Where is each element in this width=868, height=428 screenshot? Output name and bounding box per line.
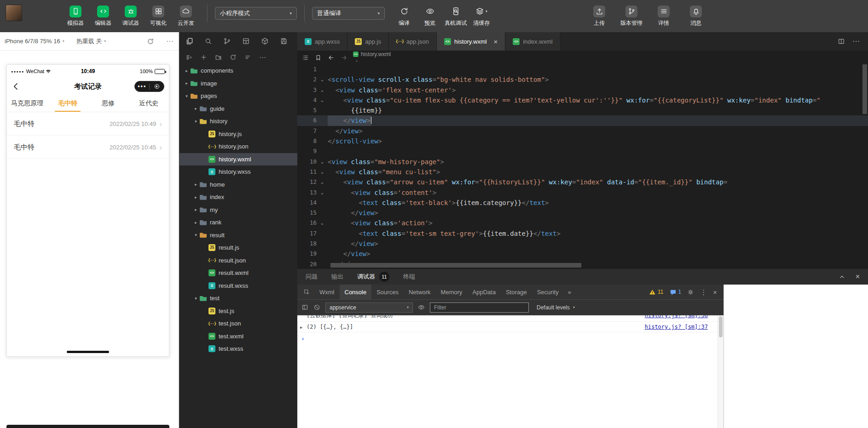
action-clear-cache[interactable]: ▾清缓存 xyxy=(469,6,494,27)
tree-item-history.json[interactable]: {··}history.json xyxy=(179,140,297,153)
more-icon[interactable]: ⋯ xyxy=(259,54,266,61)
code-line-16[interactable]: 16⌄ <view class='action'> xyxy=(297,218,868,228)
action-preview[interactable]: 预览 xyxy=(417,6,443,27)
more-tabs-button[interactable]: » xyxy=(564,289,575,296)
collapse-panel-icon[interactable] xyxy=(839,274,845,280)
tree-item-result.wxss[interactable]: ≡result.wxss xyxy=(179,280,297,292)
debug-tab-问题[interactable]: 问题 xyxy=(306,273,318,281)
code-line-14[interactable]: 14 <text class='text-black'>{{item.categ… xyxy=(297,198,868,208)
tool-visualization[interactable]: 可视化 xyxy=(145,6,172,27)
save-icon[interactable] xyxy=(280,37,288,45)
code-line-15[interactable]: 15 </view> xyxy=(297,208,868,218)
action-upload[interactable]: 上传 xyxy=(585,6,613,27)
tree-item-result.wxml[interactable]: <>result.wxml xyxy=(179,267,297,280)
hot-reload-toggle[interactable]: 热重载 关 ▾ xyxy=(76,37,106,46)
history-list-item[interactable]: 毛中特2022/02/25 10:49› xyxy=(7,112,169,136)
debug-tab-输出[interactable]: 输出 xyxy=(331,273,343,281)
code-line-2[interactable]: 2⌄<scroll-view scroll-x class="bg-white … xyxy=(297,74,868,85)
console-source-link[interactable]: history.js? [sm]:37 xyxy=(645,324,720,330)
devtools-menu-icon[interactable]: ⋮ xyxy=(700,289,707,296)
code-line-3[interactable]: 3⌄ <view class='flex text-center'> xyxy=(297,85,868,95)
warning-count[interactable]: 11 xyxy=(649,289,663,296)
simulator-more-icon[interactable]: ⋯ xyxy=(166,37,174,46)
fold-icon[interactable]: ⌄ xyxy=(317,218,328,228)
editor-tab-history.wxml[interactable]: <>history.wxml× xyxy=(437,32,505,51)
action-compile[interactable]: 编译 xyxy=(391,6,417,27)
split-editor-icon[interactable] xyxy=(838,38,845,45)
tree-item-components[interactable]: ▸components xyxy=(179,64,297,77)
fold-icon[interactable]: ⌄ xyxy=(317,157,328,167)
new-folder-icon[interactable] xyxy=(215,54,222,61)
code-line-13[interactable]: 13⌄ <view class='content'> xyxy=(297,188,868,198)
devtools-settings-icon[interactable] xyxy=(687,289,694,296)
fold-icon[interactable]: ⌄ xyxy=(317,95,328,105)
message-count[interactable]: 1 xyxy=(670,289,682,296)
editor-tab-app.json[interactable]: {··}app.json xyxy=(389,32,437,51)
close-panel-icon[interactable]: × xyxy=(856,273,860,280)
tool-editor[interactable]: 编辑器 xyxy=(89,6,117,27)
nav-forward-icon[interactable] xyxy=(341,54,347,61)
console-scrollbar[interactable] xyxy=(718,315,723,428)
category-tab-2[interactable]: 思修 xyxy=(88,95,128,112)
fold-icon[interactable]: ⌄ xyxy=(317,74,328,85)
horizontal-scrollbar[interactable] xyxy=(330,263,581,268)
history-list-item[interactable]: 毛中特2022/02/25 10:45› xyxy=(7,136,169,159)
devtools-close-icon[interactable]: × xyxy=(713,289,717,296)
tree-item-rank[interactable]: ▸rank xyxy=(179,216,297,229)
tree-item-guide[interactable]: ▸guide xyxy=(179,103,297,115)
action-details[interactable]: 详情 xyxy=(650,6,677,27)
category-tab-1[interactable]: 毛中特 xyxy=(47,95,88,112)
fold-icon[interactable]: ⌄ xyxy=(317,167,328,177)
code-line-12[interactable]: 12⌄ <view class="arrow cu-item" wx:for="… xyxy=(297,177,868,187)
tree-item-history[interactable]: ▾history xyxy=(179,115,297,128)
debug-tab-调试器[interactable]: 调试器11 xyxy=(357,272,389,282)
more-menu-button[interactable]: ●●● xyxy=(135,85,149,88)
code-line-1[interactable]: 1 xyxy=(297,64,868,74)
tree-item-history.wxss[interactable]: ≡history.wxss xyxy=(179,165,297,178)
devtools-tab-Network[interactable]: Network xyxy=(404,285,436,299)
devtools-tab-Security[interactable]: Security xyxy=(532,285,564,299)
code-line-18[interactable]: 18 </view> xyxy=(297,239,868,249)
tree-item-test[interactable]: ▾test xyxy=(179,292,297,305)
window-grid-icon[interactable] xyxy=(242,37,250,45)
editor-tab-app.wxss[interactable]: ≡app.wxss xyxy=(297,32,347,51)
tree-item-my[interactable]: ▸my xyxy=(179,204,297,217)
tree-item-test.wxss[interactable]: ≡test.wxss xyxy=(179,342,297,355)
search-icon[interactable] xyxy=(204,37,212,45)
tree-item-history.js[interactable]: JShistory.js xyxy=(179,128,297,141)
devtools-tab-Storage[interactable]: Storage xyxy=(501,285,532,299)
clear-console-icon[interactable] xyxy=(313,304,320,311)
editor-tab-app.js[interactable]: JSapp.js xyxy=(347,32,389,51)
vertical-scrollbar[interactable] xyxy=(862,64,867,114)
fold-icon[interactable]: ⌄ xyxy=(317,85,328,95)
fold-icon[interactable]: ⌄ xyxy=(317,188,328,198)
code-line-19[interactable]: 19 </view> xyxy=(297,249,868,259)
mode-select[interactable]: 小程序模式 ▾ xyxy=(215,7,297,20)
console-log-row[interactable]: [云数据库] [查询记录] 查询成功history.js? [sm]:36 xyxy=(297,315,723,322)
action-version[interactable]: 版本管理 xyxy=(618,6,645,27)
code-line-5[interactable]: 5 {{item}} xyxy=(297,105,868,115)
code-line-11[interactable]: 11⌄ <view class="menu cu-list"> xyxy=(297,167,868,177)
tree-item-test.json[interactable]: {··}test.json xyxy=(179,317,297,330)
tree-item-history.wxml[interactable]: <>history.wxml xyxy=(179,153,297,166)
log-levels-select[interactable]: Default levels ▾ xyxy=(537,304,575,311)
console-source-link[interactable]: history.js? [sm]:36 xyxy=(645,315,720,319)
console-sidebar-icon[interactable] xyxy=(301,304,308,311)
refresh-simulator-icon[interactable] xyxy=(147,38,154,45)
package-icon[interactable] xyxy=(261,37,269,45)
devtools-tab-Wxml[interactable]: Wxml xyxy=(314,285,340,299)
devtools-tab-AppData[interactable]: AppData xyxy=(468,285,501,299)
git-branch-icon[interactable] xyxy=(223,37,231,45)
console-eye-icon[interactable] xyxy=(418,304,425,311)
execution-context-select[interactable]: appservice ▾ xyxy=(325,302,413,313)
code-line-17[interactable]: 17 <text class='text-sm text-grey'>{{ite… xyxy=(297,228,868,239)
tree-item-home[interactable]: ▸home xyxy=(179,178,297,191)
inspect-element-icon[interactable] xyxy=(299,289,314,296)
breadcrumb-item[interactable]: <>history.wxml xyxy=(353,51,455,57)
code-editor[interactable]: 12⌄<scroll-view scroll-x class="bg-white… xyxy=(297,64,868,269)
devtools-tab-Memory[interactable]: Memory xyxy=(436,285,468,299)
code-line-7[interactable]: 7 </view> xyxy=(297,126,868,136)
refresh-icon[interactable] xyxy=(230,54,237,61)
new-file-icon[interactable] xyxy=(200,54,207,61)
editor-tab-index.wxml[interactable]: <>index.wxml xyxy=(505,32,560,51)
